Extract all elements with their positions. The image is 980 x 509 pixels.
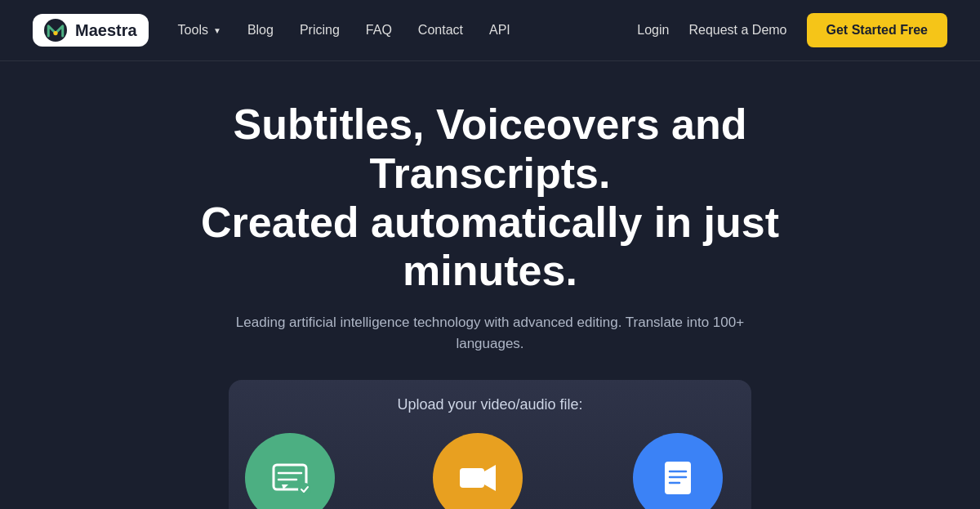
nav-right: Login Request a Demo Get Started Free bbox=[637, 13, 947, 47]
document-icon bbox=[657, 457, 699, 499]
nav-item-faq[interactable]: FAQ bbox=[366, 23, 392, 38]
login-link[interactable]: Login bbox=[637, 23, 669, 38]
hero-title: Subtitles, Voiceovers and Transcripts. C… bbox=[139, 100, 841, 296]
feature-subtitle: Subtitle Automatically generate subtitle… bbox=[245, 433, 335, 509]
hero-title-line1: Subtitles, Voiceovers and Transcripts. bbox=[233, 100, 746, 197]
nav-item-contact[interactable]: Contact bbox=[418, 23, 463, 38]
nav-link-faq[interactable]: FAQ bbox=[366, 23, 392, 37]
upload-bg: Upload your video/audio file: bbox=[229, 380, 751, 509]
hero-section: Subtitles, Voiceovers and Transcripts. C… bbox=[0, 61, 980, 509]
svg-point-1 bbox=[53, 31, 57, 35]
nav-item-api[interactable]: API bbox=[489, 23, 510, 38]
hero-title-bold: automatically bbox=[371, 199, 642, 246]
nav-item-pricing[interactable]: Pricing bbox=[300, 23, 340, 38]
nav-link-contact[interactable]: Contact bbox=[418, 23, 463, 37]
svg-rect-6 bbox=[460, 468, 484, 488]
svg-point-5 bbox=[298, 483, 311, 496]
nav-link-blog[interactable]: Blog bbox=[247, 23, 274, 37]
logo-text: Maestra bbox=[75, 21, 137, 40]
nav-link-api[interactable]: API bbox=[489, 23, 510, 37]
svg-marker-7 bbox=[484, 465, 496, 491]
hero-subtitle: Leading artificial intelligence technolo… bbox=[212, 312, 768, 354]
navbar: Maestra Tools ▼ Blog Pricing FAQ Contact bbox=[0, 0, 980, 61]
upload-label: Upload your video/audio file: bbox=[397, 396, 582, 413]
logo-icon bbox=[44, 19, 67, 42]
hero-title-line2-pre: Created bbox=[201, 199, 371, 246]
nav-item-blog[interactable]: Blog bbox=[247, 23, 274, 38]
get-started-button[interactable]: Get Started Free bbox=[807, 13, 947, 47]
video-camera-icon bbox=[457, 457, 499, 499]
nav-left: Maestra Tools ▼ Blog Pricing FAQ Contact bbox=[33, 14, 510, 47]
transcription-circle[interactable] bbox=[633, 433, 723, 509]
logo[interactable]: Maestra bbox=[33, 14, 149, 47]
nav-item-tools[interactable]: Tools ▼ bbox=[178, 23, 221, 38]
upload-section: Upload your video/audio file: bbox=[0, 380, 980, 509]
features-row: Subtitle Automatically generate subtitle… bbox=[229, 433, 751, 509]
subtitle-circle[interactable] bbox=[245, 433, 335, 509]
nav-link-tools[interactable]: Tools bbox=[178, 23, 208, 38]
voiceover-circle[interactable] bbox=[433, 433, 523, 509]
chevron-down-icon: ▼ bbox=[213, 26, 221, 35]
nav-link-pricing[interactable]: Pricing bbox=[300, 23, 340, 37]
feature-voiceover: Voiceover Text-to-speech with AI-generat… bbox=[433, 433, 523, 509]
feature-transcription: Transcription Accurately transcribe audi… bbox=[621, 433, 734, 509]
nav-links: Tools ▼ Blog Pricing FAQ Contact API bbox=[178, 23, 510, 38]
subtitle-icon bbox=[269, 457, 311, 499]
request-demo-link[interactable]: Request a Demo bbox=[688, 23, 786, 38]
